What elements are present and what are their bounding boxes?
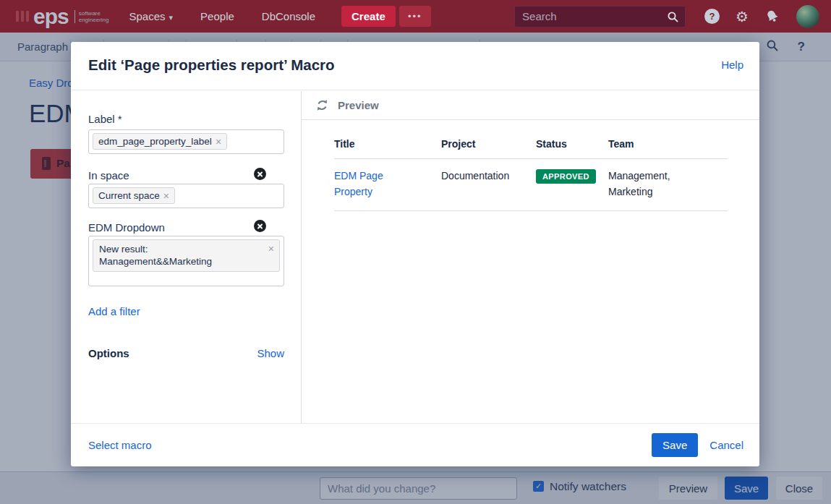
table-header-row: Title Project Status Team <box>334 136 728 159</box>
current-space-tag: Current space × <box>93 187 175 204</box>
status-badge: APPROVED <box>536 169 596 184</box>
label-field-input[interactable]: edm_page_property_label × <box>88 129 284 154</box>
column-status: Status <box>536 136 608 152</box>
table-row: EDM Page Property Documentation APPROVED… <box>334 159 728 211</box>
macro-preview-panel: Preview Title Project Status Team EDM Pa… <box>302 91 759 423</box>
logo-bars-icon <box>16 11 29 22</box>
help-icon[interactable]: ? <box>704 9 720 24</box>
macro-parameters-panel: Label * edm_page_property_label × In spa… <box>71 91 302 423</box>
column-team: Team <box>608 136 728 152</box>
search-input[interactable] <box>514 6 686 27</box>
logo[interactable]: eps <box>33 4 69 29</box>
search-icon[interactable] <box>667 11 679 26</box>
chevron-down-icon: ▾ <box>169 13 174 22</box>
user-avatar[interactable] <box>796 5 819 28</box>
menu-people[interactable]: People <box>200 10 234 22</box>
more-actions-button[interactable]: ••• <box>399 6 431 27</box>
page-link[interactable]: EDM Page Property <box>334 170 383 197</box>
edm-result-tag: New result: Management&&Marketing × <box>93 239 280 272</box>
dialog-help-link[interactable]: Help <box>721 59 743 71</box>
add-filter-link[interactable]: Add a filter <box>88 305 140 317</box>
select-macro-link[interactable]: Select macro <box>88 439 152 451</box>
notifications-bell-icon[interactable] <box>764 9 780 25</box>
menu-spaces[interactable]: Spaces▾ <box>129 10 174 22</box>
dialog-cancel-link[interactable]: Cancel <box>709 439 743 451</box>
options-row: Options Show <box>88 347 284 359</box>
remove-tag-icon[interactable]: × <box>163 192 169 200</box>
project-cell: Documentation <box>441 168 536 200</box>
edit-macro-dialog: Edit ‘Page properties report’ Macro Help… <box>71 42 759 466</box>
preview-header: Preview <box>302 91 759 120</box>
top-navigation-bar: eps software engineering Spaces▾ People … <box>0 0 831 33</box>
menu-dbconsole[interactable]: DbConsole <box>262 10 315 22</box>
dialog-header: Edit ‘Page properties report’ Macro Help <box>71 42 759 90</box>
in-space-field-label: In space <box>88 169 129 181</box>
show-options-link[interactable]: Show <box>257 347 284 359</box>
clear-edm-dropdown-filter-icon[interactable] <box>254 220 266 232</box>
edm-dropdown-field-input[interactable]: New result: Management&&Marketing × <box>88 236 284 286</box>
create-button[interactable]: Create <box>341 6 396 27</box>
column-project: Project <box>441 136 536 152</box>
in-space-field-input[interactable]: Current space × <box>88 184 284 208</box>
gear-icon[interactable]: ⚙ <box>736 9 749 24</box>
remove-tag-icon[interactable]: × <box>268 244 274 253</box>
edm-dropdown-field-label: EDM Dropdown <box>88 221 165 234</box>
dialog-footer: Select macro Save Cancel <box>71 423 759 466</box>
team-cell: Management, Marketing <box>608 168 728 200</box>
column-title: Title <box>334 136 441 152</box>
remove-tag-icon[interactable]: × <box>216 137 221 146</box>
logo-tagline: software engineering <box>74 10 109 23</box>
clear-in-space-filter-icon[interactable] <box>254 168 266 180</box>
dialog-title: Edit ‘Page properties report’ Macro <box>88 56 335 74</box>
dialog-save-button[interactable]: Save <box>652 433 698 457</box>
label-field-label: Label * <box>88 113 122 125</box>
refresh-icon[interactable] <box>315 98 329 115</box>
preview-table: Title Project Status Team EDM Page Prope… <box>334 136 728 211</box>
label-tag: edm_page_property_label × <box>93 133 227 150</box>
preview-title: Preview <box>338 99 379 111</box>
global-search <box>514 6 686 27</box>
options-label: Options <box>88 347 129 359</box>
top-menu: Spaces▾ People DbConsole <box>129 10 316 22</box>
